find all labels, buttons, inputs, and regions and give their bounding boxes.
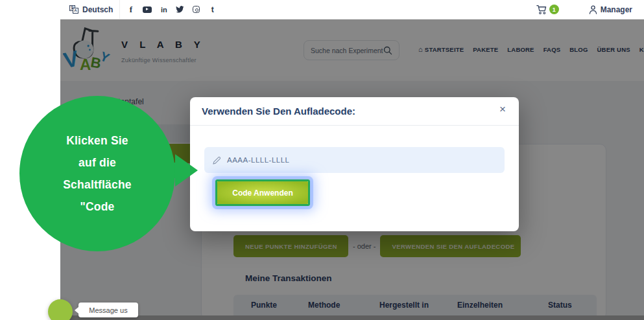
user-menu[interactable]: Manager bbox=[589, 5, 632, 14]
apply-code-button[interactable]: Code Anwenden bbox=[217, 181, 308, 204]
close-icon[interactable]: × bbox=[499, 104, 506, 115]
modal-title: Verwenden Sie Den Aufladecode: bbox=[202, 106, 355, 117]
user-icon bbox=[589, 5, 597, 14]
tutorial-text-line: auf die bbox=[78, 156, 116, 170]
tutorial-highlight-ring: Code Anwenden bbox=[215, 179, 310, 206]
user-label: Manager bbox=[601, 5, 632, 14]
screenshot-canvas: 文A Deutsch f in t bbox=[0, 0, 644, 320]
social-links: f in t bbox=[126, 5, 217, 14]
top-bar: 文A Deutsch f in t bbox=[60, 0, 644, 19]
tumblr-icon[interactable]: t bbox=[208, 5, 217, 14]
cart-count-badge: 1 bbox=[549, 5, 559, 14]
facebook-icon[interactable]: f bbox=[126, 5, 135, 14]
tutorial-arrow-head bbox=[175, 154, 198, 187]
twitter-icon[interactable] bbox=[176, 5, 184, 14]
cart-button[interactable]: 1 bbox=[536, 5, 559, 15]
pencil-icon bbox=[213, 156, 221, 165]
translate-icon: 文A bbox=[69, 5, 78, 14]
chat-bubble-label: Message us bbox=[89, 306, 127, 314]
linkedin-icon[interactable]: in bbox=[160, 5, 168, 14]
tutorial-text-line: "Code bbox=[80, 200, 114, 214]
language-label: Deutsch bbox=[82, 5, 113, 14]
tutorial-tooltip-circle: Klicken Sie auf die Schaltfläche "Code bbox=[19, 96, 175, 251]
tutorial-text-line: Schaltfläche bbox=[63, 178, 132, 192]
instagram-icon[interactable] bbox=[192, 5, 200, 14]
divider bbox=[190, 125, 519, 126]
tutorial-text-line: Klicken Sie bbox=[66, 134, 128, 148]
youtube-icon[interactable] bbox=[143, 5, 152, 14]
language-switcher[interactable]: 文A Deutsch bbox=[69, 5, 113, 14]
code-input[interactable] bbox=[227, 156, 473, 164]
chat-button[interactable] bbox=[48, 299, 73, 320]
code-input-wrap bbox=[204, 147, 505, 173]
divider bbox=[119, 0, 120, 19]
cart-icon bbox=[536, 5, 547, 15]
recharge-code-modal: Verwenden Sie Den Aufladecode: × Code An… bbox=[190, 97, 519, 231]
chat-bubble[interactable]: Message us bbox=[78, 303, 138, 317]
